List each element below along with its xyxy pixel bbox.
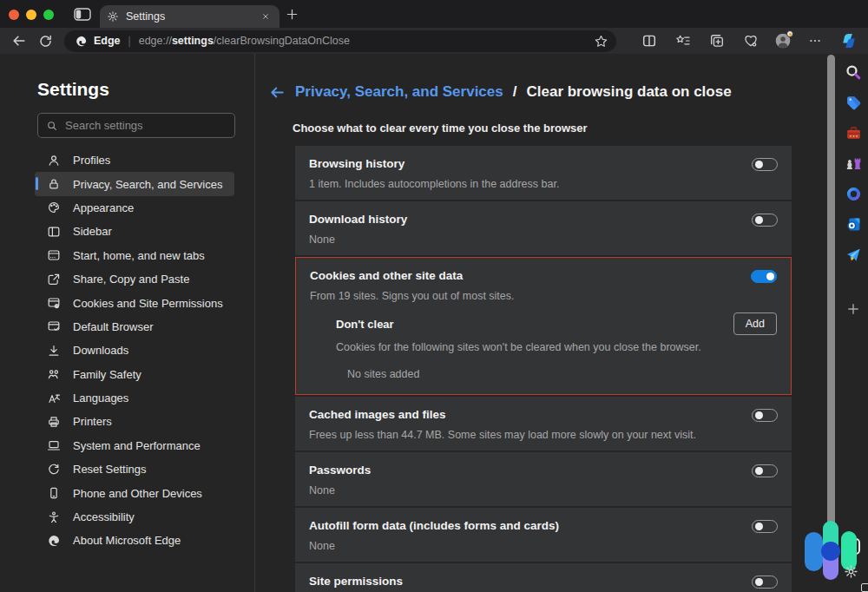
row-title: Autofill form data (includes forms and c… — [309, 517, 559, 532]
search-icon — [46, 120, 58, 132]
add-to-sidebar-icon[interactable] — [844, 299, 863, 319]
toggle-switch[interactable] — [752, 214, 778, 227]
edge-sidebar-rail — [838, 54, 868, 592]
page-title: Clear browsing data on close — [526, 83, 731, 101]
collections-icon[interactable] — [707, 30, 727, 51]
address-toolbar: Edge | edge://settings/clearBrowsingData… — [0, 28, 868, 54]
refresh-icon[interactable] — [35, 30, 56, 51]
breadcrumb-parent[interactable]: Privacy, Search, and Services — [295, 83, 503, 101]
edge-icon — [47, 534, 61, 548]
maximize-window-button[interactable] — [43, 10, 54, 20]
toggle-switch[interactable] — [752, 520, 778, 533]
profile-avatar[interactable] — [774, 32, 792, 49]
toggle-switch[interactable] — [751, 270, 777, 283]
edge-logo-icon — [75, 35, 88, 48]
site-chip-label: Edge — [94, 35, 121, 47]
new-tab-button[interactable] — [286, 8, 299, 21]
accessibility-icon — [47, 510, 61, 524]
sidebar-item-accessibility[interactable]: Accessibility — [35, 505, 234, 529]
games-icon[interactable] — [844, 154, 863, 173]
sidebar-item-profiles[interactable]: Profiles — [35, 148, 234, 172]
close-window-button[interactable] — [9, 10, 19, 20]
browser-essentials-icon[interactable] — [740, 30, 761, 51]
tab-layout-icon[interactable] — [74, 8, 91, 21]
microsoft-365-icon[interactable] — [844, 184, 863, 203]
toggle-switch[interactable] — [752, 576, 778, 589]
row-description: None — [309, 484, 371, 497]
breadcrumb-separator: / — [513, 83, 517, 101]
cookies-icon — [47, 296, 61, 310]
add-button[interactable]: Add — [733, 312, 777, 335]
settings-row-download-history: Download history None — [295, 201, 792, 255]
settings-search-box[interactable] — [37, 113, 235, 138]
url-text: edge://settings/clearBrowsingDataOnClose — [139, 35, 350, 47]
sidebar-item-downloads[interactable]: Downloads — [35, 339, 234, 362]
row-title: Cached images and files — [309, 406, 696, 421]
tab-gear-icon — [107, 10, 119, 23]
settings-main: Privacy, Search, and Services / Clear br… — [255, 54, 868, 592]
sidebar-icon — [47, 225, 61, 239]
settings-row-browsing-history: Browsing history 1 item. Includes autoco… — [295, 146, 792, 200]
favorites-bar-icon[interactable] — [673, 30, 694, 51]
row-description: Frees up less than 44.7 MB. Some sites m… — [309, 429, 696, 441]
languages-icon — [47, 391, 61, 405]
row-description: From 19 sites. Signs you out of most sit… — [310, 290, 515, 302]
outlook-icon[interactable] — [844, 214, 863, 234]
toggle-switch[interactable] — [752, 158, 778, 171]
tools-icon[interactable] — [844, 123, 863, 142]
family-icon — [47, 367, 61, 381]
search-icon[interactable] — [844, 62, 863, 82]
tab-title: Settings — [126, 10, 259, 23]
sidebar-item-languages[interactable]: Languages — [35, 386, 234, 410]
copilot-icon[interactable] — [838, 30, 859, 51]
sidebar-item-share-copy-and-paste[interactable]: Share, Copy and Paste — [35, 267, 234, 291]
tab-close-icon[interactable] — [259, 10, 273, 23]
tabs-icon — [47, 248, 61, 262]
sidebar-item-family-safety[interactable]: Family Safety — [35, 363, 234, 386]
shopping-icon[interactable] — [844, 93, 863, 112]
toggle-switch[interactable] — [752, 464, 778, 477]
scrollbar-thumb[interactable] — [827, 55, 835, 556]
share-icon — [47, 273, 61, 286]
favorite-star-icon[interactable] — [590, 30, 611, 51]
sidebar-item-system-and-performance[interactable]: System and Performance — [35, 434, 234, 457]
settings-row-autofill-form-data-includes-forms-and-cards: Autofill form data (includes forms and c… — [295, 508, 792, 562]
row-title: Site permissions — [309, 573, 403, 588]
settings-sidebar: Settings Profiles Privacy, Search, and S… — [0, 54, 255, 592]
browser-tab-settings[interactable]: Settings — [100, 5, 279, 28]
phone-icon — [47, 486, 61, 500]
download-icon — [47, 344, 61, 358]
sidebar-item-default-browser[interactable]: Default Browser — [35, 315, 234, 339]
sidebar-item-cookies-and-site-permissions[interactable]: Cookies and Site Permissions — [35, 291, 234, 314]
split-screen-icon[interactable] — [639, 30, 660, 51]
toggle-switch[interactable] — [752, 409, 778, 422]
sidebar-item-phone-and-other-devices[interactable]: Phone and Other Devices — [35, 481, 234, 504]
sidebar-item-appearance[interactable]: Appearance — [35, 196, 234, 220]
back-icon[interactable] — [9, 30, 30, 51]
sidebar-settings-icon[interactable] — [844, 564, 859, 580]
search-input[interactable] — [65, 119, 227, 132]
titlebar: Settings — [0, 0, 868, 28]
address-bar[interactable]: Edge | edge://settings/clearBrowsingData… — [64, 30, 616, 52]
page-header: Privacy, Search, and Services / Clear br… — [269, 83, 732, 101]
page-content: Settings Profiles Privacy, Search, and S… — [0, 54, 868, 592]
settings-row-cached-images-and-files: Cached images and files Frees up less th… — [295, 397, 792, 451]
drop-icon[interactable] — [844, 245, 863, 264]
sidebar-item-reset-settings[interactable]: Reset Settings — [35, 457, 234, 481]
sidebar-item-about-microsoft-edge[interactable]: About Microsoft Edge — [35, 529, 234, 552]
minimize-window-button[interactable] — [26, 10, 36, 20]
selected-indicator — [36, 177, 38, 190]
back-arrow-icon[interactable] — [269, 84, 286, 101]
sidebar-item-sidebar[interactable]: Sidebar — [35, 220, 234, 243]
sidebar-item-privacy-search-and-services[interactable]: Privacy, Search, and Services — [35, 172, 234, 195]
avatar-badge — [786, 30, 793, 37]
more-options-icon[interactable] — [805, 30, 825, 51]
sidebar-item-start-home-and-new-tabs[interactable]: Start, home, and new tabs — [35, 244, 234, 267]
chip-divider: | — [128, 35, 131, 47]
printer-icon — [47, 415, 61, 429]
settings-row-cookies-and-other-site-data: Cookies and other site data From 19 site… — [295, 257, 792, 395]
sidebar-item-printers[interactable]: Printers — [35, 410, 234, 433]
page-subtitle: Choose what to clear every time you clos… — [293, 122, 588, 135]
row-description: None — [309, 540, 559, 552]
row-title: Cookies and other site data — [310, 267, 515, 282]
